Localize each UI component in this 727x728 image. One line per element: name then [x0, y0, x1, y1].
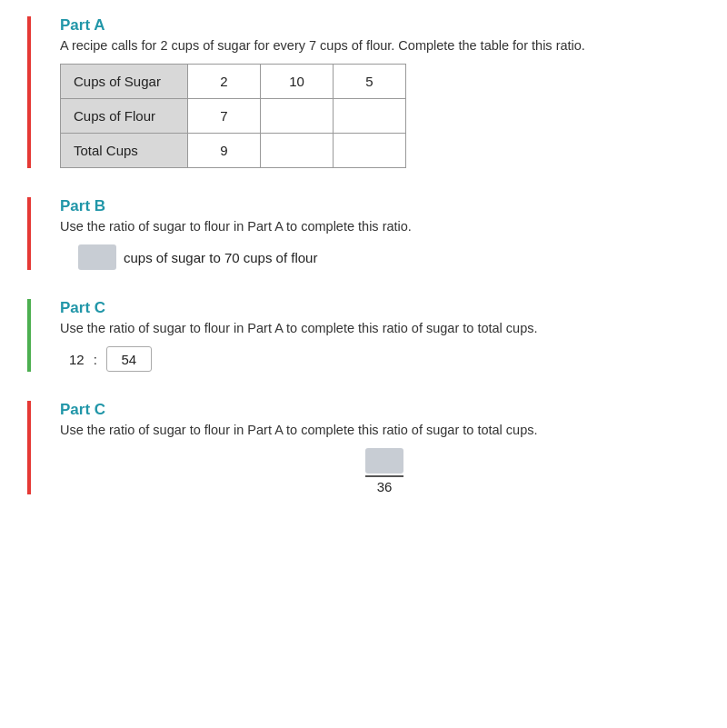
- part-c1-sidebar: [27, 299, 31, 372]
- part-b-sidebar: [27, 197, 31, 270]
- sugar-val-3: 5: [334, 65, 406, 99]
- total-val-1: 9: [188, 134, 261, 168]
- part-a-description: A recipe calls for 2 cups of sugar for e…: [60, 38, 700, 53]
- part-c1-content: Part C Use the ratio of sugar to flour i…: [60, 299, 700, 372]
- part-a-content: Part A A recipe calls for 2 cups of suga…: [60, 16, 700, 168]
- part-c1-section: Part C Use the ratio of sugar to flour i…: [27, 299, 700, 372]
- part-b-answer-row: cups of sugar to 70 cups of flour: [78, 244, 700, 270]
- part-c2-description: Use the ratio of sugar to flour in Part …: [60, 423, 700, 437]
- total-val-3[interactable]: [334, 134, 406, 168]
- table-row: Cups of Sugar 2 10 5: [61, 65, 406, 99]
- part-c2-title: Part C: [60, 401, 700, 419]
- part-b-text: cups of sugar to 70 cups of flour: [124, 250, 317, 265]
- ratio-colon: :: [94, 352, 97, 367]
- part-b-description: Use the ratio of sugar to flour in Part …: [60, 219, 700, 234]
- table-row: Cups of Flour 7: [61, 99, 406, 134]
- total-val-2[interactable]: [261, 134, 334, 168]
- flour-val-2[interactable]: [261, 99, 334, 134]
- part-b-section: Part B Use the ratio of sugar to flour i…: [27, 197, 700, 270]
- part-c1-answer-box[interactable]: 54: [106, 346, 152, 372]
- row-label-sugar: Cups of Sugar: [61, 65, 188, 99]
- part-c2-fraction: 36: [69, 448, 700, 494]
- part-a-sidebar: [27, 16, 31, 168]
- fraction-numerator-box[interactable]: [365, 448, 403, 474]
- part-a-title: Part A: [60, 16, 700, 35]
- sugar-val-2: 10: [261, 65, 334, 99]
- part-b-content: Part B Use the ratio of sugar to flour i…: [60, 197, 700, 270]
- part-c1-title: Part C: [60, 299, 700, 317]
- ratio-left-number: 12: [69, 352, 85, 367]
- flour-val-3[interactable]: [334, 99, 406, 134]
- part-a-section: Part A A recipe calls for 2 cups of suga…: [27, 16, 700, 168]
- part-b-title: Part B: [60, 197, 700, 215]
- fraction-divider: [365, 475, 403, 477]
- part-c2-section: Part C Use the ratio of sugar to flour i…: [27, 401, 700, 494]
- table-row: Total Cups 9: [61, 134, 406, 168]
- ratio-table: Cups of Sugar 2 10 5 Cups of Flour 7: [60, 64, 406, 168]
- page-container: Part A A recipe calls for 2 cups of suga…: [0, 0, 727, 551]
- part-b-answer-box[interactable]: [78, 244, 116, 270]
- part-c1-ratio-row: 12 : 54: [69, 346, 700, 372]
- fraction-denominator: 36: [377, 479, 393, 494]
- part-c1-description: Use the ratio of sugar to flour in Part …: [60, 321, 700, 335]
- sugar-val-1: 2: [188, 65, 261, 99]
- flour-val-1: 7: [188, 99, 261, 134]
- row-label-flour: Cups of Flour: [61, 99, 188, 134]
- part-c2-content: Part C Use the ratio of sugar to flour i…: [60, 401, 700, 494]
- row-label-total: Total Cups: [61, 134, 188, 168]
- part-c2-sidebar: [27, 401, 31, 494]
